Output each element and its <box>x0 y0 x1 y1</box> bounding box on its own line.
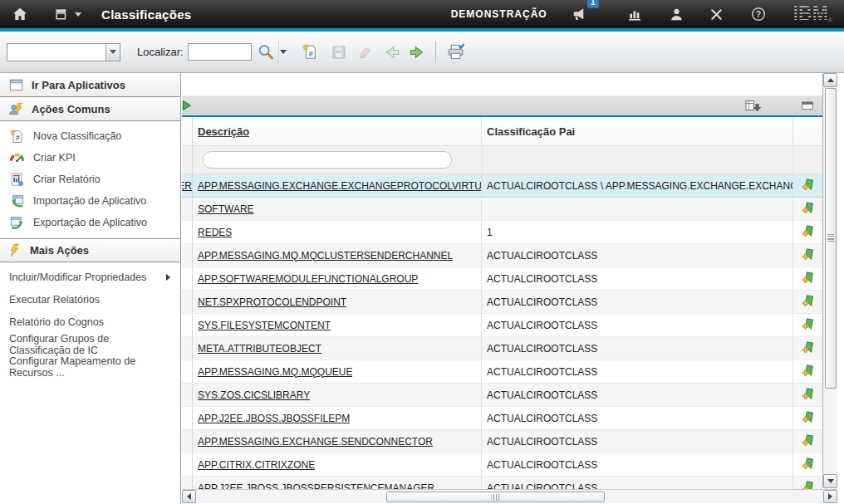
actions-cell[interactable] <box>793 384 822 406</box>
table-row[interactable]: APP.MESSAGING.MQ.MQCLUSTERSENDERCHANNEL … <box>182 244 822 267</box>
run-filter-icon[interactable] <box>182 97 194 114</box>
add-bookmark-icon[interactable] <box>801 388 815 402</box>
add-bookmark-icon[interactable] <box>801 365 815 379</box>
classification-link[interactable]: APP.CITRIX.CITRIXZONE <box>198 459 315 471</box>
sidebar-action-item[interactable]: Nova Classificação <box>0 125 180 147</box>
classification-link[interactable]: APP.MESSAGING.MQ.MQCLUSTERSENDERCHANNEL <box>198 250 453 262</box>
scroll-up-button[interactable] <box>823 73 837 87</box>
actions-cell[interactable] <box>793 221 822 243</box>
table-row[interactable]: SOFTWARE <box>182 198 822 221</box>
export-table-icon[interactable] <box>743 96 763 115</box>
sidebar-action-item[interactable]: Criar KPI <box>0 147 180 169</box>
sidebar-action-item[interactable]: Criar Relatório <box>0 169 180 190</box>
table-row[interactable]: REDES 1 <box>182 221 822 244</box>
actions-cell[interactable] <box>793 267 822 290</box>
classification-link[interactable]: APP.J2EE.JBOSS.JBOSSPERSISTENCEMANAGER <box>198 482 434 490</box>
horizontal-scrollbar[interactable] <box>182 489 837 503</box>
sidebar-action-item[interactable]: Exportação de Aplicativo <box>0 212 180 233</box>
classification-link[interactable]: SOFTWARE <box>198 203 254 215</box>
actions-cell[interactable] <box>793 407 822 429</box>
classification-link[interactable]: SYS.FILESYSTEMCONTENT <box>198 320 331 331</box>
user-actions-icon <box>8 101 24 117</box>
reports-chart-icon[interactable] <box>626 4 645 24</box>
scope-combobox-arrow-icon[interactable] <box>106 44 120 61</box>
add-bookmark-icon[interactable] <box>801 248 815 262</box>
add-bookmark-icon[interactable] <box>801 481 815 489</box>
table-row[interactable]: APP.SOFTWAREMODULEFUNCTIONALGROUP ACTUAL… <box>182 267 822 291</box>
console-menu-caret-icon[interactable] <box>75 12 81 17</box>
actions-cell[interactable] <box>793 453 822 476</box>
sidebar-action-item[interactable]: Importação de Aplicativo <box>0 190 180 212</box>
search-options-caret-icon[interactable] <box>278 42 288 63</box>
classification-link[interactable]: META.ATTRIBUTEOBJECT <box>198 343 321 355</box>
close-icon[interactable] <box>707 4 727 24</box>
scroll-right-button[interactable] <box>823 490 837 503</box>
actions-cell[interactable] <box>793 477 822 489</box>
classification-link[interactable]: APP.MESSAGING.EXCHANGE.SENDCONNECTOR <box>198 436 433 448</box>
classification-link[interactable]: REDES <box>198 227 232 238</box>
actions-cell[interactable] <box>793 430 822 453</box>
column-header-descricao[interactable]: Descrição <box>193 117 482 145</box>
table-row[interactable]: NET.SPXPROTOCOLENDPOINT ACTUALCIROOTCLAS… <box>182 291 822 314</box>
notifications-icon[interactable]: 1 <box>569 4 589 24</box>
actions-cell[interactable] <box>793 174 822 197</box>
table-row[interactable]: SYS.FILESYSTEMCONTENT ACTUALCIROOTCLASS <box>182 314 822 337</box>
classification-link[interactable]: APP.MESSAGING.MQ.MQQUEUE <box>198 366 352 378</box>
table-row[interactable]: ER APP.MESSAGING.EXCHANGE.EXCHANGEPROTOC… <box>182 174 822 198</box>
add-bookmark-icon[interactable] <box>801 458 815 472</box>
add-bookmark-icon[interactable] <box>801 225 815 239</box>
table-row[interactable]: APP.J2EE.JBOSS.JBOSSFILEPM ACTUALCIROOTC… <box>182 407 822 430</box>
sidebar-more-item[interactable]: Incluir/Modificar Propriedades <box>0 266 180 288</box>
add-bookmark-icon[interactable] <box>801 179 815 193</box>
table-row[interactable]: SYS.ZOS.CICSLIBRARY ACTUALCIROOTCLASS <box>182 384 822 407</box>
help-icon[interactable] <box>748 4 768 24</box>
scroll-down-button[interactable] <box>823 474 837 488</box>
sidebar-common-actions-header[interactable]: Ações Comuns <box>0 97 180 121</box>
print-icon[interactable] <box>445 42 467 63</box>
search-icon[interactable] <box>255 42 277 63</box>
classification-link[interactable]: APP.MESSAGING.EXCHANGE.EXCHANGEPROTOCOLV… <box>198 180 481 192</box>
actions-cell[interactable] <box>793 291 822 313</box>
add-bookmark-icon[interactable] <box>801 202 815 216</box>
classification-link[interactable]: APP.SOFTWAREMODULEFUNCTIONALGROUP <box>198 273 418 285</box>
sidebar-go-to-applications[interactable]: Ir Para Aplicativos <box>0 73 180 97</box>
add-bookmark-icon[interactable] <box>801 434 815 448</box>
sidebar-more-actions-header[interactable]: Mais Ações <box>0 238 180 262</box>
actions-cell[interactable] <box>793 198 822 220</box>
vertical-scrollbar[interactable] <box>822 73 837 488</box>
table-row[interactable]: APP.MESSAGING.MQ.MQQUEUE ACTUALCIROOTCLA… <box>182 360 822 384</box>
actions-cell[interactable] <box>793 314 822 336</box>
horizontal-scrollbar-thumb[interactable] <box>386 492 605 502</box>
table-row[interactable]: APP.CITRIX.CITRIXZONE ACTUALCIROOTCLASS <box>182 453 822 477</box>
classification-link[interactable]: SYS.ZOS.CICSLIBRARY <box>198 389 310 401</box>
add-bookmark-icon[interactable] <box>801 341 815 355</box>
actions-cell[interactable] <box>793 244 822 267</box>
vertical-scrollbar-thumb[interactable] <box>825 88 837 389</box>
scope-combobox[interactable] <box>7 43 120 61</box>
add-bookmark-icon[interactable] <box>801 318 815 332</box>
console-menu-icon[interactable] <box>52 4 71 24</box>
new-classification-icon[interactable] <box>300 42 321 63</box>
user-icon[interactable] <box>667 4 687 24</box>
descricao-filter-input[interactable] <box>203 151 452 169</box>
table-row[interactable]: APP.J2EE.JBOSS.JBOSSPERSISTENCEMANAGER A… <box>182 477 822 489</box>
descricao-cell: APP.SOFTWAREMODULEFUNCTIONALGROUP <box>193 267 482 290</box>
locate-input[interactable] <box>188 43 252 61</box>
add-bookmark-icon[interactable] <box>801 272 815 286</box>
add-bookmark-icon[interactable] <box>801 411 815 425</box>
classification-link[interactable]: APP.J2EE.JBOSS.JBOSSFILEPM <box>198 413 350 424</box>
add-bookmark-icon[interactable] <box>801 295 815 309</box>
actions-cell[interactable] <box>793 360 822 383</box>
classification-link[interactable]: NET.SPXPROTOCOLENDPOINT <box>198 296 346 308</box>
minimize-panel-icon[interactable] <box>797 96 817 115</box>
table-row[interactable]: META.ATTRIBUTEOBJECT ACTUALCIROOTCLASS <box>182 337 822 360</box>
sidebar-more-item[interactable]: Configurar Grupos de Classificação de IC <box>0 333 180 355</box>
forward-icon[interactable] <box>406 42 428 63</box>
actions-cell[interactable] <box>793 337 822 360</box>
scroll-left-button[interactable] <box>182 490 196 503</box>
sidebar-more-item[interactable]: Relatório do Cognos <box>0 311 180 333</box>
sidebar-more-item[interactable]: Configurar Mapeamento de Recursos ... <box>0 355 180 378</box>
home-icon[interactable] <box>10 4 30 24</box>
sidebar-more-item[interactable]: Executar Relatórios <box>0 288 180 311</box>
table-row[interactable]: APP.MESSAGING.EXCHANGE.SENDCONNECTOR ACT… <box>182 430 822 453</box>
